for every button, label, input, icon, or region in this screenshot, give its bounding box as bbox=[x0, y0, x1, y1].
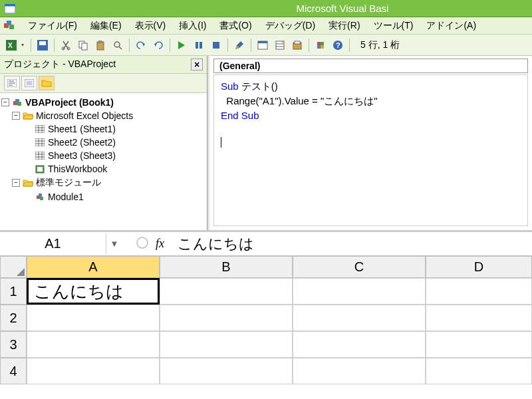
menu-file[interactable]: ファイル(F) bbox=[21, 18, 84, 34]
svg-rect-61 bbox=[40, 197, 43, 200]
break-icon[interactable] bbox=[192, 38, 206, 53]
svg-rect-60 bbox=[39, 194, 42, 197]
cell-A4[interactable] bbox=[27, 358, 160, 384]
cell-D4[interactable] bbox=[426, 358, 532, 384]
row-header-4[interactable]: 4 bbox=[0, 358, 27, 384]
select-all-corner[interactable] bbox=[0, 256, 27, 278]
cell-B1[interactable] bbox=[160, 278, 293, 305]
copy-icon[interactable] bbox=[76, 38, 90, 53]
save-icon[interactable] bbox=[35, 38, 50, 53]
cursor-position: 5 行, 1 桁 bbox=[354, 39, 406, 51]
cell-B3[interactable] bbox=[160, 331, 293, 358]
cell-D2[interactable] bbox=[426, 305, 532, 331]
tree-sheet1[interactable]: Sheet1 (Sheet1) bbox=[1, 122, 205, 136]
dropdown-icon[interactable]: ▾ bbox=[21, 42, 27, 48]
menu-insert[interactable]: 挿入(I) bbox=[172, 18, 213, 34]
excel-icon[interactable]: X bbox=[4, 38, 19, 53]
separator bbox=[54, 39, 55, 52]
menu-format[interactable]: 書式(O) bbox=[213, 18, 258, 34]
properties-icon[interactable] bbox=[273, 38, 287, 53]
cell-D1[interactable] bbox=[426, 278, 532, 305]
col-header-D[interactable]: D bbox=[426, 256, 532, 278]
tree-thisworkbook[interactable]: ThisWorkbook bbox=[1, 162, 205, 176]
svg-rect-41 bbox=[17, 102, 21, 106]
svg-rect-47 bbox=[35, 138, 45, 146]
help-icon[interactable]: ? bbox=[331, 38, 345, 53]
row-header-3[interactable]: 3 bbox=[0, 331, 27, 358]
redo-icon[interactable] bbox=[151, 38, 166, 53]
window-title: Microsoft Visual Basi bbox=[20, 3, 532, 14]
tree-sheet3[interactable]: Sheet3 (Sheet3) bbox=[1, 149, 205, 162]
cell-C3[interactable] bbox=[293, 331, 426, 358]
cell-C2[interactable] bbox=[293, 305, 426, 331]
cell-C4[interactable] bbox=[293, 358, 426, 384]
toolbox-icon[interactable] bbox=[313, 38, 328, 53]
col-header-C[interactable]: C bbox=[293, 256, 426, 278]
svg-line-16 bbox=[119, 47, 122, 49]
thisworkbook-label: ThisWorkbook bbox=[48, 164, 107, 174]
tree-sheet2[interactable]: Sheet2 (Sheet2) bbox=[1, 136, 205, 149]
formula-value[interactable]: こんにちは bbox=[164, 234, 254, 254]
paste-icon[interactable] bbox=[93, 38, 108, 53]
separator bbox=[349, 39, 350, 52]
menu-debug[interactable]: デバッグ(D) bbox=[259, 18, 322, 34]
namebox-dropdown-icon[interactable]: ▼ bbox=[106, 235, 122, 253]
svg-rect-17 bbox=[196, 42, 198, 49]
find-icon[interactable] bbox=[110, 38, 125, 53]
project-icon bbox=[12, 97, 23, 108]
menu-addins[interactable]: アドイン(A) bbox=[420, 18, 483, 34]
folder-toggle-icon[interactable] bbox=[39, 76, 55, 90]
keyword-endsub: End Sub bbox=[221, 110, 259, 121]
view-object-icon[interactable] bbox=[21, 76, 37, 90]
formula-bar-row: A1 ▼ fx こんにちは bbox=[0, 232, 532, 256]
col-header-B[interactable]: B bbox=[160, 256, 293, 278]
reset-icon[interactable] bbox=[209, 38, 223, 53]
cell-C1[interactable] bbox=[293, 278, 426, 305]
project-explorer-icon[interactable] bbox=[255, 38, 270, 53]
spreadsheet-grid[interactable]: A B C D 1 こんにちは 2 3 4 bbox=[0, 256, 532, 384]
project-tree[interactable]: − VBAProject (Book1) − Microsoft Excel O… bbox=[0, 93, 207, 230]
fx-icon[interactable]: fx bbox=[156, 237, 164, 251]
menu-edit[interactable]: 編集(E) bbox=[84, 18, 128, 34]
menu-view[interactable]: 表示(V) bbox=[128, 18, 173, 34]
row-header-2[interactable]: 2 bbox=[0, 305, 27, 331]
svg-text:X: X bbox=[8, 42, 13, 49]
svg-rect-27 bbox=[317, 42, 321, 45]
cell-B2[interactable] bbox=[160, 305, 293, 331]
close-button[interactable]: × bbox=[191, 59, 203, 70]
cell-A2[interactable] bbox=[27, 305, 160, 331]
separator bbox=[309, 39, 309, 52]
svg-point-62 bbox=[137, 237, 148, 248]
cell-B4[interactable] bbox=[160, 358, 293, 384]
circle-icon bbox=[136, 236, 149, 249]
row-header-1[interactable]: 1 bbox=[0, 278, 27, 305]
svg-rect-30 bbox=[321, 45, 324, 49]
collapse-icon[interactable]: − bbox=[12, 112, 20, 120]
col-header-A[interactable]: A bbox=[27, 256, 160, 278]
tree-root[interactable]: − VBAProject (Book1) bbox=[1, 96, 205, 109]
code-editor[interactable]: Sub テスト() Range("A1").Value = "こんにちは" En… bbox=[213, 74, 528, 226]
undo-icon[interactable] bbox=[134, 38, 148, 53]
name-box[interactable]: A1 bbox=[0, 233, 106, 254]
run-icon[interactable] bbox=[174, 38, 189, 53]
ide-body: プロジェクト - VBAProject × − VBAProject (Book… bbox=[0, 56, 532, 230]
fx-button[interactable] bbox=[122, 236, 156, 251]
svg-text:?: ? bbox=[336, 41, 340, 49]
cell-A1[interactable]: こんにちは bbox=[27, 278, 160, 305]
design-mode-icon[interactable] bbox=[232, 38, 247, 53]
tree-module1[interactable]: Module1 bbox=[1, 190, 205, 203]
tree-folder-excel-objects[interactable]: − Microsoft Excel Objects bbox=[1, 109, 205, 122]
menu-run[interactable]: 実行(R) bbox=[322, 18, 366, 34]
collapse-icon[interactable]: − bbox=[1, 98, 9, 106]
collapse-icon[interactable]: − bbox=[12, 179, 20, 187]
cell-A3[interactable] bbox=[27, 331, 160, 358]
menu-tools[interactable]: ツール(T) bbox=[367, 18, 420, 34]
cell-D3[interactable] bbox=[426, 331, 532, 358]
svg-rect-14 bbox=[98, 41, 102, 43]
separator bbox=[31, 39, 31, 52]
view-code-icon[interactable] bbox=[4, 76, 20, 90]
tree-folder-modules[interactable]: − 標準モジュール bbox=[1, 176, 205, 190]
cut-icon[interactable] bbox=[59, 38, 73, 53]
code-section-dropdown[interactable]: (General) bbox=[213, 59, 528, 73]
object-browser-icon[interactable] bbox=[290, 38, 305, 53]
